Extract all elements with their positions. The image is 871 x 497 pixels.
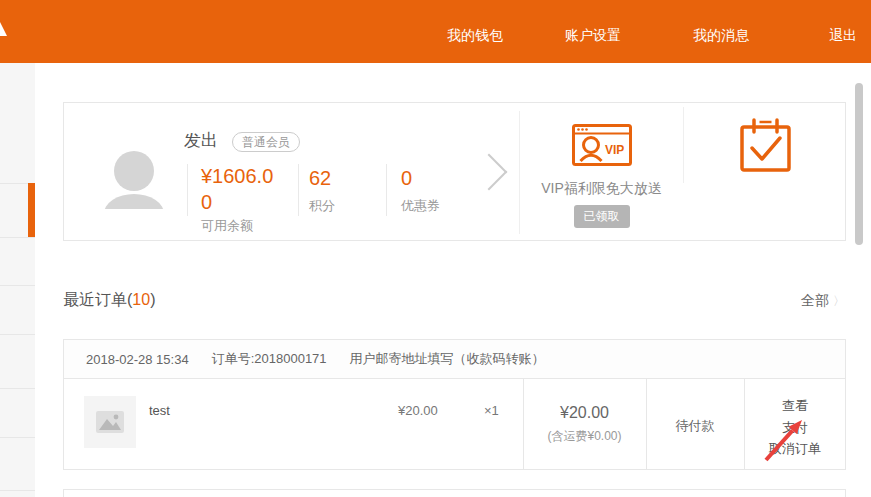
profile-chevron-right-icon[interactable]: [471, 154, 508, 191]
scrollbar-thumb[interactable]: [855, 83, 863, 245]
nav-account-settings[interactable]: 账户设置: [565, 27, 621, 45]
pay-order-link[interactable]: 支付: [744, 419, 846, 437]
avatar: [104, 151, 164, 209]
logo-fragment: [0, 22, 7, 36]
sidebar-divider: [0, 490, 35, 491]
view-order-link[interactable]: 查看: [744, 397, 846, 415]
annotation-arrow: [744, 408, 864, 468]
product-quantity: ×1: [484, 403, 499, 418]
sidebar-divider: [0, 285, 35, 286]
avatar-head: [114, 151, 154, 191]
order-time: 2018-02-28 15:34: [86, 352, 189, 367]
sidebar-divider: [0, 437, 35, 438]
vip-browser-icon: VIP: [572, 124, 632, 166]
view-all-label: 全部: [801, 292, 829, 308]
profile-card: 发出 普通会员 ¥1606.00 可用余额 62 积分 0 优惠券 VIP VI…: [63, 102, 846, 241]
coupons-label: 优惠券: [401, 197, 440, 215]
column-divider: [523, 379, 524, 469]
orders-count: 10: [132, 291, 150, 308]
sidebar-menu[interactable]: [0, 63, 35, 497]
avatar-shoulders: [104, 194, 164, 209]
order-status: 待付款: [646, 417, 744, 435]
points-value[interactable]: 62: [309, 167, 331, 190]
nav-logout[interactable]: 退出: [829, 27, 857, 45]
order-header: 2018-02-28 15:34 订单号:2018000171 用户邮寄地址填写…: [64, 340, 845, 379]
vip-promo-title: VIP福利限免大放送: [520, 180, 683, 198]
claimed-badge[interactable]: 已领取: [574, 205, 630, 228]
stat-divider: [298, 164, 299, 216]
orders-title-text: 最近订单(: [63, 291, 132, 308]
chevron-right-icon: 〉: [833, 294, 845, 308]
balance-label: 可用余额: [201, 217, 253, 235]
sidebar-divider: [0, 388, 35, 389]
calendar-check-icon[interactable]: [740, 117, 791, 173]
balance-value[interactable]: ¥1606.00: [201, 163, 277, 215]
stat-divider: [187, 164, 188, 216]
sidebar-active-indicator: [28, 183, 35, 237]
cancel-order-link[interactable]: 取消订单: [744, 440, 846, 458]
sidebar-divider: [0, 237, 35, 238]
sidebar-divider: [0, 334, 35, 335]
image-placeholder-icon: [96, 411, 124, 433]
product-thumbnail[interactable]: [84, 396, 136, 448]
coupons-value[interactable]: 0: [401, 167, 412, 190]
orders-title-paren: ): [150, 291, 155, 308]
order-total: ¥20.00: [523, 404, 646, 422]
top-header: 我的钱包 账户设置 我的消息 退出: [0, 0, 871, 63]
nav-my-wallet[interactable]: 我的钱包: [447, 27, 503, 45]
page: 我的钱包 账户设置 我的消息 退出 发出 普通会员 ¥1606.00 可用余额 …: [0, 0, 871, 497]
signin-promo: [684, 103, 847, 242]
order-number: 订单号:2018000171: [212, 350, 327, 368]
member-level-badge: 普通会员: [232, 132, 300, 152]
order-card: 2018-02-28 15:34 订单号:2018000171 用户邮寄地址填写…: [63, 339, 846, 470]
product-price: ¥20.00: [398, 403, 438, 418]
svg-text:VIP: VIP: [605, 143, 624, 157]
order-note: 用户邮寄地址填写（收款码转账）: [350, 350, 545, 368]
points-label: 积分: [309, 197, 335, 215]
username: 发出: [184, 129, 218, 152]
top-nav: 我的钱包 账户设置 我的消息 退出: [447, 0, 857, 63]
vip-promo[interactable]: VIP VIP福利限免大放送 已领取: [520, 103, 683, 242]
view-all-orders-link[interactable]: 全部〉: [801, 292, 845, 310]
next-order-card: [63, 489, 846, 497]
nav-my-messages[interactable]: 我的消息: [693, 27, 749, 45]
stat-divider: [386, 164, 387, 216]
product-name: test: [149, 403, 170, 418]
orders-section-title: 最近订单(10): [63, 290, 155, 311]
shipping-note: (含运费¥0.00): [523, 428, 646, 445]
